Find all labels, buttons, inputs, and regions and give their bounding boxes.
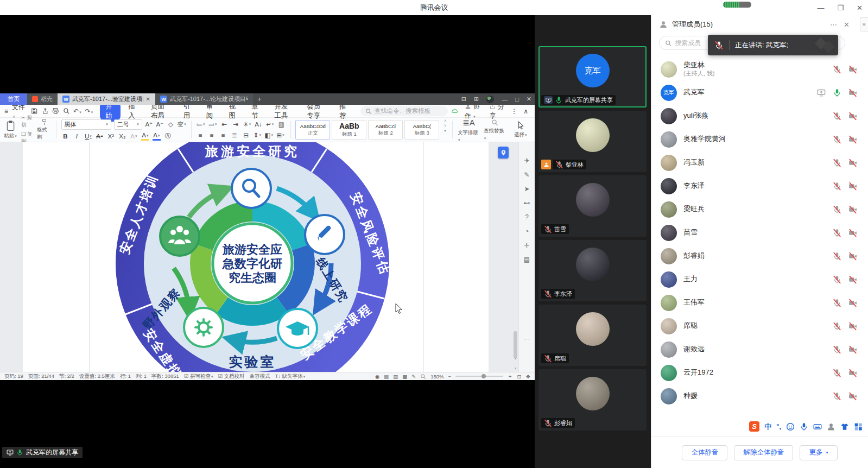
align-right-icon[interactable]: ≡ bbox=[219, 131, 227, 140]
locate-icon[interactable]: ✛ bbox=[524, 242, 529, 249]
pinyin-guide-icon[interactable]: 变▾ bbox=[178, 120, 186, 129]
paragraph-mark-icon[interactable]: ↵▾ bbox=[266, 120, 274, 129]
tab-home[interactable]: 首页 bbox=[0, 93, 27, 105]
char-border-icon[interactable]: Ⓐ bbox=[164, 132, 172, 141]
tab-close-icon[interactable]: ✕ bbox=[146, 96, 150, 102]
zoom-lens-icon[interactable] bbox=[420, 374, 426, 380]
tab-document-active[interactable]: W 武克军-1017-...验室建设项目申报书 ✕ bbox=[58, 93, 155, 105]
preview-icon[interactable] bbox=[63, 107, 70, 115]
justify-icon[interactable]: ≣ bbox=[231, 131, 239, 140]
clear-format-icon[interactable]: ◇ bbox=[167, 120, 175, 129]
reading-eye-icon[interactable]: ◉ bbox=[375, 374, 379, 380]
launch-icon[interactable]: ✈ bbox=[524, 157, 529, 165]
member-row[interactable]: 冯玉新 bbox=[661, 151, 857, 174]
sort-icon[interactable]: A↓ bbox=[255, 120, 263, 129]
voice-input-icon[interactable] bbox=[800, 422, 808, 431]
cloud-sync-icon[interactable] bbox=[452, 107, 458, 115]
toolbox-icon[interactable] bbox=[854, 422, 863, 431]
zoom-slider-thumb[interactable] bbox=[481, 374, 486, 378]
bullet-list-icon[interactable]: ≔▾ bbox=[197, 120, 205, 129]
print-icon[interactable] bbox=[52, 107, 59, 115]
view-mode-icon[interactable]: ▤ bbox=[384, 374, 389, 380]
help-icon[interactable]: ? bbox=[525, 214, 529, 221]
spell-check-toggle[interactable]: ☑ 拼写检查▾ bbox=[184, 373, 213, 380]
columns-icon[interactable]: ▥ bbox=[277, 120, 286, 129]
highlight-icon[interactable]: A▾ bbox=[141, 132, 149, 141]
member-row[interactable]: 云开1972 bbox=[661, 361, 857, 384]
panel-more-button[interactable]: ⋯ bbox=[830, 21, 837, 29]
cursor-tool-icon[interactable]: ➤ bbox=[524, 186, 529, 193]
style-标题 1[interactable]: AaBb标题 1 bbox=[332, 120, 366, 140]
bookmark-pin-button[interactable] bbox=[498, 147, 509, 159]
fit-page-icon[interactable]: ⊡ bbox=[517, 374, 522, 380]
bold-icon[interactable]: B bbox=[61, 132, 69, 141]
style-标题 3[interactable]: AaBbC(标题 3 bbox=[404, 120, 439, 140]
panel-edge-handle[interactable]: ≡ bbox=[860, 17, 868, 31]
document-area[interactable]: 旅游安全应 急数字化研 究生态圈 旅游安全研究 安全风险评估 安全教学课程 安全… bbox=[0, 142, 535, 372]
zoom-in-button[interactable]: ＋ bbox=[508, 373, 513, 380]
collapse-ribbon-icon[interactable]: ∧ bbox=[523, 107, 528, 115]
member-row[interactable]: 王力 bbox=[661, 268, 857, 291]
font-color-icon[interactable]: A▾ bbox=[153, 132, 161, 141]
command-search[interactable]: 查找命令、搜索模板 bbox=[360, 106, 448, 116]
find-replace-button[interactable]: 查找替换▾ bbox=[484, 119, 506, 141]
sogou-logo[interactable]: S bbox=[749, 421, 759, 432]
wps-close-button[interactable]: ✕ bbox=[527, 96, 531, 103]
maximize-button[interactable]: ❐ bbox=[837, 4, 844, 12]
history-icon[interactable]: ◔ bbox=[525, 228, 529, 235]
font-size-select[interactable]: 二号▾ bbox=[114, 119, 142, 130]
video-tile[interactable]: 李东泽 bbox=[538, 240, 647, 301]
more-button[interactable]: 更多▾ bbox=[800, 445, 837, 460]
edit-view-icon[interactable]: ✎ bbox=[411, 374, 416, 380]
video-tile[interactable]: 彭睿娟 bbox=[538, 369, 647, 431]
subscript-icon[interactable]: X₂ bbox=[118, 132, 126, 141]
hamburger-icon[interactable]: ≡ bbox=[4, 107, 8, 115]
strikethrough-icon[interactable]: A▾ bbox=[96, 132, 104, 141]
skin-shirt-icon[interactable] bbox=[840, 422, 849, 431]
shrink-font-icon[interactable]: A⁻ bbox=[156, 120, 164, 129]
close-button[interactable]: ✕ bbox=[857, 4, 863, 12]
emoji-icon[interactable] bbox=[786, 422, 795, 431]
member-row[interactable]: 奥雅学院黄河 bbox=[661, 128, 857, 151]
text-effect-icon[interactable]: A▾ bbox=[130, 132, 138, 141]
number-list-icon[interactable]: ≕▾ bbox=[208, 120, 217, 129]
wps-maximize-button[interactable]: □ bbox=[515, 96, 519, 103]
member-row[interactable]: 王伟军 bbox=[661, 291, 857, 314]
zoom-slider[interactable] bbox=[455, 376, 503, 377]
more-tools-icon[interactable]: ⋯ bbox=[524, 336, 530, 343]
pen-icon[interactable]: ✎ bbox=[524, 172, 529, 179]
align-left-icon[interactable]: ≡ bbox=[197, 131, 205, 140]
tab-document-2[interactable]: W 武克军-1017-...论坛建设项目申报书 bbox=[155, 93, 253, 105]
account-avatar[interactable] bbox=[486, 96, 494, 103]
more-menu-icon[interactable]: ⋮ bbox=[511, 107, 517, 115]
decrease-indent-icon[interactable]: ⇤ bbox=[220, 120, 229, 129]
italic-icon[interactable]: I bbox=[73, 132, 81, 141]
minimize-button[interactable]: — bbox=[817, 4, 824, 12]
line-spacing-icon[interactable]: ⇕▾ bbox=[254, 131, 262, 140]
shading-icon[interactable]: ◧▾ bbox=[265, 131, 273, 140]
select-button[interactable]: 选择▾ bbox=[509, 119, 531, 141]
ime-lang-mode[interactable]: 中 bbox=[764, 422, 771, 432]
mute-all-button[interactable]: 全体静音 bbox=[682, 445, 727, 460]
proofread-toggle[interactable]: ☑ 文档校对 bbox=[218, 373, 244, 380]
member-row[interactable]: 柴亚林(主持人, 我) bbox=[661, 58, 857, 81]
video-tile[interactable]: 席聪 bbox=[538, 305, 647, 366]
distribute-icon[interactable]: ⊟ bbox=[242, 131, 250, 140]
text-layout-button[interactable]: ≣A 文字排版▾ bbox=[458, 119, 480, 141]
video-tile[interactable]: 柴亚林 bbox=[538, 111, 647, 172]
tab-docer[interactable]: 稻壳 bbox=[27, 93, 58, 105]
superscript-icon[interactable]: X² bbox=[107, 132, 115, 141]
cut-button[interactable]: ✂ 剪切 bbox=[21, 115, 33, 129]
member-row[interactable]: 种媛 bbox=[661, 384, 857, 408]
format-painter-button[interactable]: 格式刷 bbox=[37, 119, 51, 141]
new-tab-button[interactable]: + bbox=[253, 93, 266, 105]
member-row[interactable]: 席聪 bbox=[661, 314, 857, 338]
style-gallery-arrows[interactable]: ˄˅▾ bbox=[443, 119, 447, 141]
style-正文[interactable]: AaBbCcDd正文 bbox=[295, 120, 330, 140]
font-name-select[interactable]: 黑体▾ bbox=[61, 119, 111, 130]
wps-minimize-button[interactable]: — bbox=[502, 96, 508, 103]
view-mode-icon[interactable]: ▦ bbox=[402, 374, 407, 380]
zoom-out-button[interactable]: − bbox=[448, 374, 451, 380]
integration-icon[interactable]: ⊟ bbox=[461, 96, 466, 103]
member-row[interactable]: 彭睿娟 bbox=[661, 244, 857, 268]
